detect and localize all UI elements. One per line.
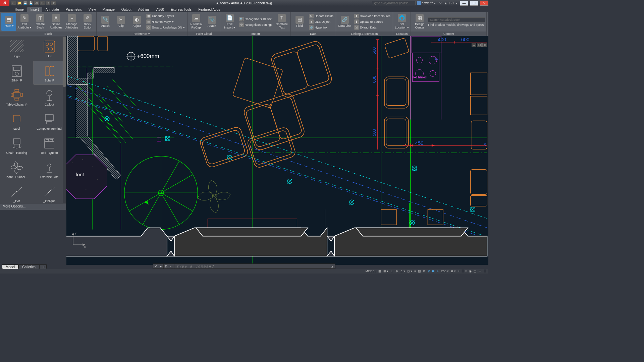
design-center-button[interactable]: ▦Design Center (412, 13, 427, 31)
help-icon[interactable]: ? (449, 1, 454, 5)
viewport-close-button[interactable]: ✕ (482, 43, 487, 47)
close-button[interactable]: ✕ (480, 1, 488, 6)
status-lwt-icon[interactable]: ≡ (414, 269, 416, 273)
data-link-button[interactable]: 🔗Data Link (337, 13, 352, 31)
status-ws-icon[interactable]: ✿ ▾ (451, 269, 456, 273)
block-callout[interactable]: Callout (34, 85, 66, 109)
status-transparency-icon[interactable]: ▨ (418, 269, 421, 273)
block-sink-p[interactable]: SINK_P (1, 61, 33, 84)
drawing-canvas[interactable]: — ☐ ✕ (66, 36, 488, 265)
command-input[interactable]: Type a command (174, 264, 330, 268)
panel-title[interactable]: Reference ▾ (97, 32, 187, 36)
tab-view[interactable]: View (85, 7, 99, 12)
status-units-icon[interactable]: ☰ ▾ (462, 269, 467, 273)
tab-a360[interactable]: A360 (153, 7, 167, 12)
panel-title[interactable]: Point Cloud (187, 32, 221, 36)
status-custom-icon[interactable]: ☰ (484, 269, 486, 273)
block-editor-button[interactable]: ✐Block Editor (80, 13, 95, 31)
cmd-close-icon[interactable]: ✕ (153, 264, 158, 268)
minimize-button[interactable]: — (460, 1, 468, 6)
underlay-layers-item[interactable]: ▦Underlay Layers (145, 13, 186, 19)
download-from-source-item[interactable]: ⬇Download from Source (353, 13, 392, 19)
status-annovis-icon[interactable]: ✱ (432, 269, 435, 273)
cmd-customize-icon[interactable]: ⚙ (164, 264, 169, 268)
qat-open-icon[interactable]: 📁 (17, 1, 22, 5)
app-logo[interactable]: A (0, 0, 9, 6)
viewport-minimize-button[interactable]: — (472, 43, 476, 47)
block-exercise-bike[interactable]: Exercise Bike (34, 158, 66, 181)
status-annoauto-icon[interactable]: ⟐ (437, 269, 438, 273)
manage-attributes-button[interactable]: ≡Manage Attributes (64, 13, 79, 31)
qat-new-icon[interactable]: ▢ (11, 1, 16, 5)
seek-search-input[interactable] (428, 17, 485, 22)
block--dot[interactable]: _Dot (1, 182, 33, 205)
qat-plot-icon[interactable]: 🖨 (34, 1, 39, 5)
status-ortho-icon[interactable]: ∟ (390, 269, 393, 273)
field-button[interactable]: ▤Field (292, 13, 307, 31)
status-iso-icon[interactable]: ∠ ▾ (400, 269, 406, 273)
block--oblique[interactable]: _Oblique (34, 182, 66, 205)
update-fields-item[interactable]: ↻Update Fields (308, 13, 334, 19)
tab-home[interactable]: Home (11, 7, 27, 12)
block-plant-rubber-[interactable]: Plant - Rubber... (1, 158, 33, 181)
block-bed-queen[interactable]: Bed - Queen (34, 133, 66, 157)
more-options-link[interactable]: More Options... (0, 204, 66, 210)
block-stool[interactable]: stool (1, 109, 33, 133)
define-attributes-button[interactable]: ADefine Attributes (49, 13, 63, 31)
block-hob[interactable]: Hob (34, 37, 66, 60)
panel-title[interactable]: Linking & Extraction (336, 32, 393, 36)
status-monitor-icon[interactable]: + (458, 269, 460, 273)
tab-add-ins[interactable]: Add-ins (135, 7, 153, 12)
tab-manage[interactable]: Manage (99, 7, 118, 12)
insert-button[interactable]: ⬒Insert ▾ (1, 13, 16, 31)
tab-add-layout[interactable]: + (39, 264, 47, 269)
-frames-vary--item[interactable]: ▭*Frames vary* ▾ (145, 19, 186, 24)
cmd-recent-icon[interactable]: ▸ (158, 264, 164, 268)
cmd-expand-icon[interactable]: ▴ (330, 264, 335, 268)
ole-object-item[interactable]: ◈OLE Object (308, 19, 334, 24)
tab-output[interactable]: Output (118, 7, 135, 12)
qat-dropdown-icon[interactable]: ▾ (51, 1, 56, 5)
tab-insert[interactable]: Insert (27, 7, 42, 12)
panel-title[interactable]: Content (411, 32, 486, 36)
block-logo[interactable]: logo (1, 37, 33, 60)
block-chair-rocking[interactable]: Chair - Rocking (1, 133, 33, 157)
tab-parametric[interactable]: Parametric (62, 7, 85, 12)
snap-to-underlays-on--item[interactable]: ⬡Snap to Underlays ON ▾ (145, 25, 186, 30)
tab-featured-apps[interactable]: Featured Apps (195, 7, 223, 12)
block-sofa-p[interactable]: Sofa_P (34, 61, 66, 84)
status-clean-icon[interactable]: ▭ (479, 269, 482, 273)
panel-title[interactable]: Location (393, 32, 411, 36)
qat-save-icon[interactable]: 💾 (23, 1, 28, 5)
pdf-import-button[interactable]: 📄PDF Import ▾ (222, 13, 237, 31)
maximize-button[interactable]: ☐ (470, 1, 478, 6)
create-block-button[interactable]: ◫Create Block (33, 13, 48, 31)
status-polar-icon[interactable]: ⊕ (395, 269, 398, 273)
status-modelspace[interactable]: MODEL (366, 269, 376, 273)
extract-data-item[interactable]: ⇲Extract Data (353, 25, 392, 30)
attach-button[interactable]: 📎Attach (98, 13, 113, 31)
set-location-button[interactable]: 🌐Set Location ▾ (394, 13, 409, 31)
block-table-chairs-p[interactable]: Table+Chairs_P (1, 85, 33, 109)
status-cycling-icon[interactable]: ⟳ (423, 269, 426, 273)
attach-button[interactable]: 📎Attach (205, 13, 219, 31)
tab-model[interactable]: Model (2, 264, 18, 269)
hyperlink-item[interactable]: 🔗Hyperlink (308, 25, 334, 30)
qat-redo-icon[interactable]: ↷ (46, 1, 50, 5)
command-line[interactable]: ✕ ▸ ⚙ ▸_ Type a command ▴ (153, 263, 335, 269)
upload-to-source-item[interactable]: ⬆Upload to Source (353, 19, 392, 24)
exchange-icon[interactable]: ✕ (438, 1, 442, 5)
edit-attribute-button[interactable]: ✎Edit Attribute ▾ (17, 13, 32, 31)
panel-title[interactable]: Block (0, 32, 96, 36)
panel-title[interactable]: Import (221, 32, 291, 36)
status-scale[interactable]: 1:50 ▾ (440, 269, 449, 273)
combine-text-button[interactable]: TCombine Text (274, 13, 289, 31)
tab-express-tools[interactable]: Express Tools (167, 7, 195, 12)
adjust-button[interactable]: ◐Adjust (129, 13, 144, 31)
qat-undo-icon[interactable]: ↶ (40, 1, 45, 5)
autodesk-recap-button[interactable]: ☁Autodesk ReCap (189, 13, 204, 31)
recognize-shx-text-item[interactable]: 🔍Recognize SHX Text (238, 16, 274, 22)
status-osnap-icon[interactable]: ◻ ▾ (407, 269, 412, 273)
infocenter-search[interactable] (372, 1, 416, 5)
palette-scrollbar[interactable] (63, 36, 66, 203)
